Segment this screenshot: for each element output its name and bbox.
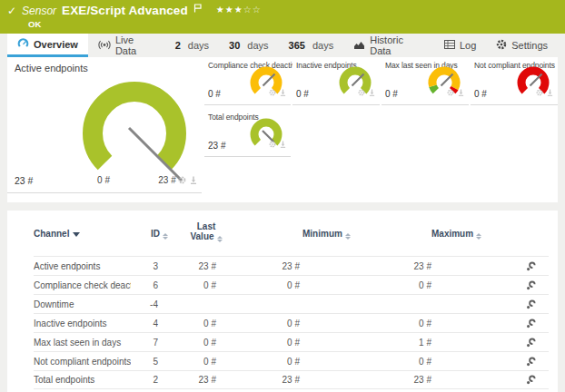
tab-label: Historic Data bbox=[370, 34, 424, 56]
maximum-value: 23 # bbox=[300, 261, 431, 271]
column-header-id[interactable]: ID bbox=[151, 229, 168, 240]
tile-pin-icon[interactable] bbox=[369, 83, 375, 100]
table-row: Not compliant endpoints 5 0 # 0 # 0 # bbox=[34, 351, 549, 370]
channel-table: Channel ID Last Value Minimum Maximum Ac… bbox=[7, 211, 558, 392]
tile-gear-icon[interactable] bbox=[269, 135, 276, 152]
tile-actions bbox=[447, 83, 464, 100]
minimum-value: 23 # bbox=[216, 375, 300, 385]
maximum-value: 0 # bbox=[300, 357, 431, 367]
gauge-value: 0 # bbox=[474, 89, 487, 99]
gauge-value: 23 # bbox=[208, 141, 225, 151]
tab-label: Settings bbox=[511, 40, 548, 51]
channel-settings-wrench-icon[interactable] bbox=[431, 260, 549, 271]
status-check-icon: ✓ bbox=[7, 5, 16, 17]
gauge-value: 0 # bbox=[385, 89, 398, 99]
column-header-label: ID bbox=[151, 229, 160, 239]
tab-label: Overview bbox=[34, 39, 78, 50]
channel-id: -4 bbox=[131, 299, 158, 309]
gauge-tile-total-endpoints: Total endpoints 23 # bbox=[204, 109, 291, 157]
channel-settings-wrench-icon[interactable] bbox=[431, 279, 549, 290]
tab-settings[interactable]: Settings bbox=[486, 34, 558, 57]
tab-label: days bbox=[247, 40, 268, 51]
gauge-value: 0 # bbox=[208, 89, 221, 99]
tile-gear-icon[interactable] bbox=[447, 83, 454, 100]
channel-name: Total endpoints bbox=[34, 375, 131, 385]
tab-label: Live Data bbox=[115, 34, 155, 56]
maximum-value: 0 # bbox=[300, 280, 431, 290]
table-row: Downtime -4 bbox=[34, 294, 549, 313]
tile-gear-icon[interactable] bbox=[358, 83, 365, 100]
maximum-value: 23 # bbox=[300, 375, 431, 385]
object-kind-label: Sensor bbox=[22, 5, 56, 17]
last-value: 0 # bbox=[158, 357, 216, 367]
tile-gear-icon[interactable] bbox=[269, 83, 276, 100]
tile-pin-icon[interactable] bbox=[280, 135, 286, 152]
sensor-title: EXE/Script Advanced bbox=[62, 4, 188, 17]
stars-empty-icon[interactable]: ☆☆ bbox=[243, 5, 262, 15]
gauge-arc-green bbox=[433, 86, 436, 91]
column-header-minimum[interactable]: Minimum bbox=[302, 229, 351, 240]
tile-gear-icon[interactable] bbox=[536, 83, 543, 100]
minimum-value: 0 # bbox=[216, 338, 300, 348]
sort-icon bbox=[345, 233, 351, 240]
sensor-header: ✓ Sensor EXE/Script Advanced ★★★☆☆ OK bbox=[0, 0, 565, 34]
minimum-value: 0 # bbox=[216, 280, 300, 290]
tab-30-days[interactable]: 30 days bbox=[219, 34, 279, 57]
column-header-channel[interactable]: Channel bbox=[34, 229, 80, 239]
log-icon bbox=[444, 40, 455, 51]
channel-settings-wrench-icon[interactable] bbox=[431, 318, 549, 328]
tile-pin-icon[interactable] bbox=[458, 83, 464, 100]
column-header-label: Minimum bbox=[302, 229, 342, 239]
gauge-tile-max-last-seen-in-days: Max last seen in days 0 # bbox=[382, 57, 469, 105]
channel-id: 5 bbox=[131, 357, 158, 367]
tile-pin-icon[interactable] bbox=[280, 83, 286, 100]
gear-icon bbox=[496, 39, 507, 52]
gauge-tile-inactive-endpoints: Inactive endpoints 0 # bbox=[292, 57, 380, 105]
column-header-label: Maximum bbox=[431, 229, 473, 239]
tab-live-data[interactable]: Live Data bbox=[88, 34, 165, 57]
stars-filled-icon[interactable]: ★★★ bbox=[216, 5, 243, 15]
gauge-scale-max: 23 # bbox=[158, 175, 176, 185]
last-value: 23 # bbox=[158, 261, 216, 271]
tile-gear-icon[interactable] bbox=[178, 172, 186, 188]
last-value: 23 # bbox=[158, 375, 216, 385]
gauge-value: 0 # bbox=[296, 89, 309, 99]
tab-overview[interactable]: Overview bbox=[7, 34, 88, 57]
channel-settings-wrench-icon[interactable] bbox=[431, 299, 549, 309]
channel-settings-wrench-icon[interactable] bbox=[431, 356, 549, 367]
tab-365-days[interactable]: 365 days bbox=[279, 34, 344, 57]
gauge-chart: 0 # 23 # bbox=[44, 64, 225, 190]
channel-name: Compliance check deacti... bbox=[34, 280, 131, 290]
status-badge: OK bbox=[28, 19, 41, 29]
prtg-sensor-page: ✓ Sensor EXE/Script Advanced ★★★☆☆ OK Ov… bbox=[0, 0, 565, 392]
channel-settings-wrench-icon[interactable] bbox=[431, 337, 549, 348]
priority-flag-icon[interactable] bbox=[193, 0, 202, 16]
priority-stars[interactable]: ★★★☆☆ bbox=[216, 5, 262, 15]
tile-pin-icon[interactable] bbox=[190, 172, 197, 188]
table-row: Total endpoints 2 23 # 23 # 23 # bbox=[34, 370, 549, 389]
channel-name: Inactive endpoints bbox=[34, 318, 131, 328]
tab-historic-data[interactable]: Historic Data bbox=[343, 34, 434, 57]
table-row: Active endpoints 3 23 # 23 # 23 # bbox=[34, 256, 549, 275]
column-header-label: Channel bbox=[34, 229, 69, 239]
tile-actions bbox=[269, 83, 286, 100]
column-header-last-value[interactable]: Last Value bbox=[185, 221, 227, 242]
gauge-tile-compliance-check-deactivated: Compliance check deactivated 0 # bbox=[204, 57, 291, 105]
channel-settings-wrench-icon[interactable] bbox=[431, 375, 549, 386]
minimum-value: 0 # bbox=[216, 318, 300, 328]
channel-id: 2 bbox=[131, 375, 158, 385]
tile-actions bbox=[358, 83, 375, 100]
sensor-header-line: ✓ Sensor EXE/Script Advanced ★★★☆☆ bbox=[7, 4, 262, 17]
table-row: Inactive endpoints 4 0 # 0 # 0 # bbox=[34, 313, 549, 332]
maximum-value: 1 # bbox=[300, 338, 431, 348]
tile-pin-icon[interactable] bbox=[547, 83, 553, 100]
sort-icon bbox=[476, 233, 481, 240]
gauge-arc bbox=[93, 92, 176, 163]
tab-bar: Overview Live Data 2 days 30 days 365 da… bbox=[0, 34, 565, 57]
tab-log[interactable]: Log bbox=[434, 34, 486, 57]
channel-id: 6 bbox=[131, 280, 158, 290]
column-header-maximum[interactable]: Maximum bbox=[431, 229, 481, 240]
channel-name: Active endpoints bbox=[34, 261, 131, 271]
tab-2-days[interactable]: 2 days bbox=[165, 34, 219, 57]
sort-desc-icon bbox=[73, 232, 80, 237]
